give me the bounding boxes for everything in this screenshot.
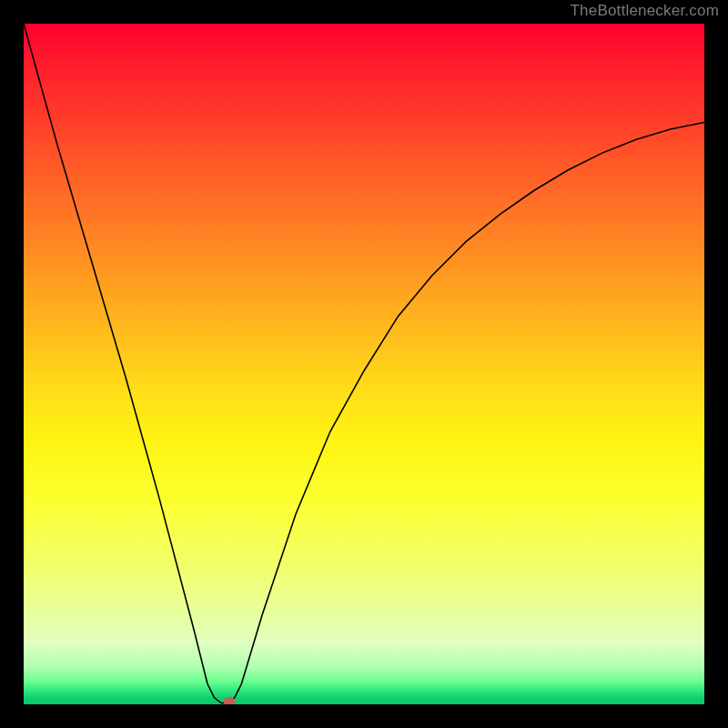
- curve-path: [24, 24, 704, 703]
- watermark-text: TheBottlenecker.com: [571, 2, 720, 20]
- optimum-marker: [223, 697, 235, 704]
- plot-area: [24, 24, 704, 704]
- chart-frame: TheBottlenecker.com: [0, 0, 728, 728]
- bottleneck-curve: [24, 24, 704, 704]
